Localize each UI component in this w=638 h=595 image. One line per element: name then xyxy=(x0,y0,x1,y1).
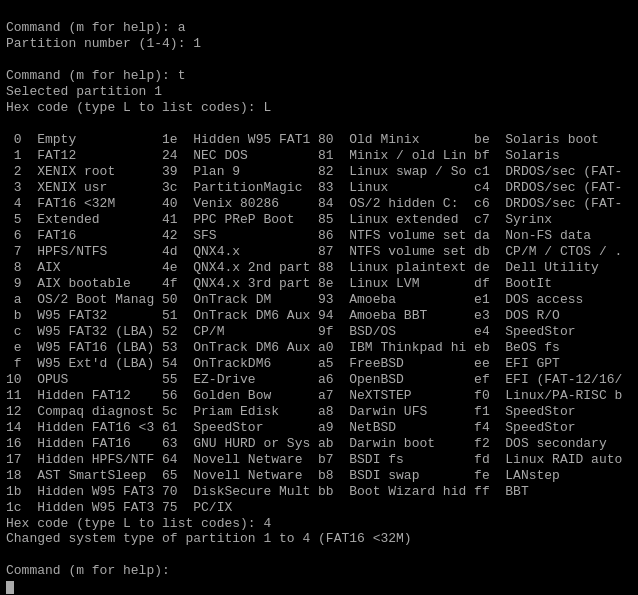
terminal-cursor xyxy=(6,581,14,594)
terminal-output: Command (m for help): a Partition number… xyxy=(6,20,632,579)
terminal-window: Command (m for help): a Partition number… xyxy=(6,4,632,595)
